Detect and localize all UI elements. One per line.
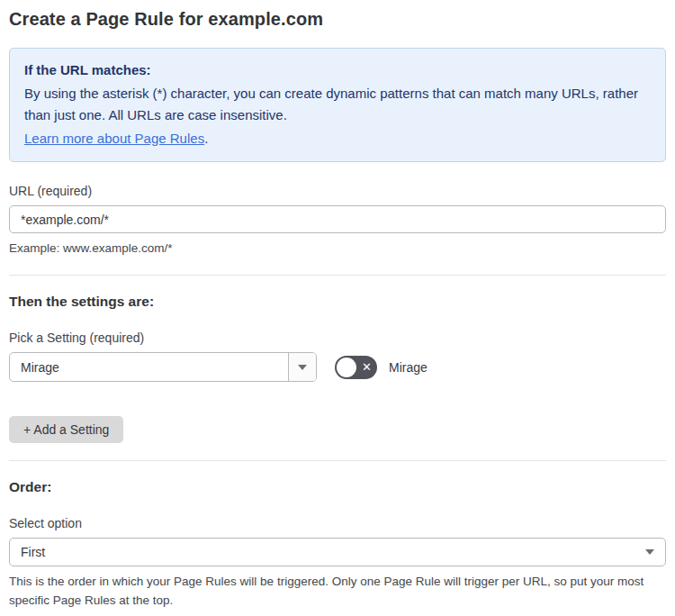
setting-select-value: Mirage <box>10 353 288 381</box>
divider <box>9 460 666 461</box>
mirage-toggle[interactable]: ✕ <box>335 356 377 379</box>
setting-select-arrow-button[interactable] <box>288 353 316 381</box>
dropdown-arrow-icon <box>298 365 307 370</box>
order-select-label: Select option <box>9 516 666 530</box>
url-field-label: URL (required) <box>9 184 666 198</box>
divider <box>9 275 666 276</box>
page-rule-form: Create a Page Rule for example.com If th… <box>0 0 675 616</box>
setting-select[interactable]: Mirage <box>9 352 317 382</box>
toggle-label: Mirage <box>389 360 428 375</box>
order-select[interactable]: First <box>9 538 666 566</box>
dropdown-arrow-icon <box>645 549 654 555</box>
link-suffix: . <box>204 131 208 146</box>
url-input[interactable] <box>9 205 666 233</box>
info-box-heading: If the URL matches: <box>24 59 651 80</box>
order-section-heading: Order: <box>9 479 666 495</box>
toggle-knob <box>337 358 356 377</box>
setting-picker-row: Mirage ✕ Mirage <box>9 352 666 382</box>
pick-setting-label: Pick a Setting (required) <box>9 331 666 345</box>
add-setting-button[interactable]: + Add a Setting <box>9 416 123 443</box>
page-title: Create a Page Rule for example.com <box>9 9 666 30</box>
order-helper-text: This is the order in which your Page Rul… <box>9 573 666 610</box>
info-box-link-line: Learn more about Page Rules. <box>24 128 651 149</box>
info-box-body: By using the asterisk (*) character, you… <box>24 83 651 125</box>
url-helper-text: Example: www.example.com/* <box>9 240 666 258</box>
settings-section-heading: Then the settings are: <box>9 294 666 310</box>
order-select-value: First <box>21 545 645 559</box>
url-matches-info-box: If the URL matches: By using the asteris… <box>9 48 666 162</box>
learn-more-link[interactable]: Learn more about Page Rules <box>24 131 204 146</box>
toggle-off-x-icon: ✕ <box>362 361 372 373</box>
